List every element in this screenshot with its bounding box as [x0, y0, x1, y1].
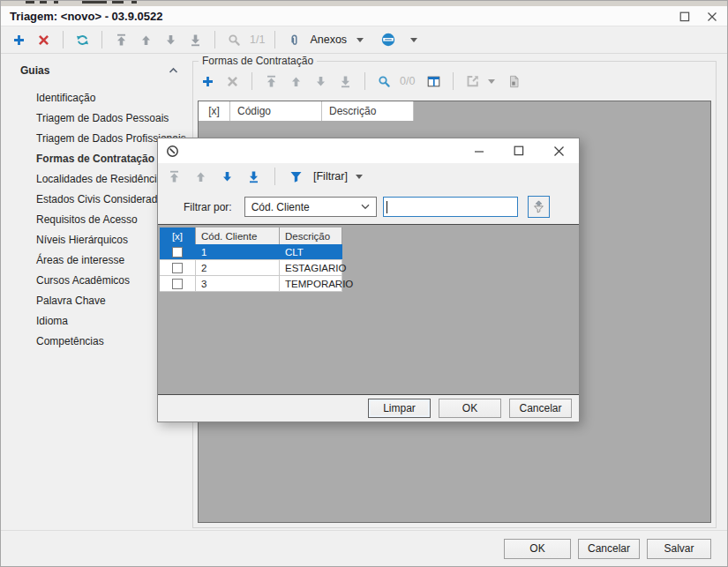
row-checkbox[interactable]: [172, 263, 183, 273]
panel-delete-button[interactable]: [223, 71, 242, 91]
column-header-descricao[interactable]: Descrição: [322, 101, 414, 121]
print-caret-down-icon[interactable]: [410, 38, 417, 42]
export-button[interactable]: [463, 71, 482, 91]
main-footer: OK Cancelar Salvar: [1, 530, 727, 566]
column-header-descricao[interactable]: Descrição: [280, 228, 342, 244]
arrow-down-icon: [221, 170, 234, 183]
dialog-footer: Limpar OK Cancelar: [158, 395, 579, 422]
arrow-up-icon: [194, 170, 207, 183]
column-header-codigo[interactable]: Código: [230, 101, 322, 121]
chevron-up-icon[interactable]: [169, 67, 178, 74]
toolbar-separator: [63, 31, 64, 48]
chevron-down-icon: [361, 204, 370, 210]
sidebar-item-identificacao[interactable]: Identificação: [4, 88, 189, 108]
row-checkbox[interactable]: [172, 279, 183, 289]
export-icon: [466, 75, 479, 88]
report-button[interactable]: [505, 71, 523, 91]
dialog-minimize-button[interactable]: [471, 143, 487, 159]
code-cell: 3: [196, 276, 280, 291]
dialog-title-bar: [158, 138, 579, 163]
maximize-icon: [679, 11, 690, 22]
refresh-icon: [76, 34, 89, 47]
blocked-icon: [166, 145, 179, 158]
close-icon: [553, 145, 565, 157]
dialog-ok-button[interactable]: OK: [439, 399, 501, 418]
column-header-cod-cliente[interactable]: Cód. Cliente: [196, 228, 280, 244]
move-last-button[interactable]: [186, 30, 205, 49]
move-down-button[interactable]: [161, 30, 180, 49]
clear-button[interactable]: Limpar: [368, 399, 431, 418]
dialog-maximize-button[interactable]: [511, 143, 527, 159]
columns-icon: [427, 75, 440, 88]
panel-move-last-button[interactable]: [336, 71, 355, 91]
filter-button[interactable]: [287, 167, 305, 186]
dialog-close-button[interactable]: [551, 143, 567, 159]
print-button[interactable]: [379, 30, 397, 49]
anexos-caret-down-icon[interactable]: [356, 38, 364, 42]
cancel-button[interactable]: Cancelar: [578, 539, 640, 559]
toolbar-separator: [364, 72, 365, 90]
filter-row: Filtrar por: Cód. Cliente: [158, 190, 579, 224]
anexos-label[interactable]: Anexos: [310, 34, 347, 46]
move-up-button[interactable]: [137, 30, 155, 49]
panel-move-first-button[interactable]: [262, 71, 281, 91]
table-row[interactable]: 3 TEMPORARIO: [160, 276, 342, 292]
dialog-cancel-button[interactable]: Cancelar: [509, 399, 572, 418]
add-button[interactable]: [10, 30, 28, 49]
filter-field-select[interactable]: Cód. Cliente: [244, 197, 377, 217]
checkbox-cell: [160, 276, 196, 291]
window-title: Triagem: <novo> - 03.9.0522: [1, 10, 162, 23]
dialog-toolbar: [Filtrar]: [158, 163, 579, 190]
delete-button[interactable]: [34, 30, 53, 49]
panel-add-button[interactable]: [199, 71, 217, 91]
table-row[interactable]: 1 CLT: [160, 244, 342, 260]
description-cell: TEMPORARIO: [280, 276, 342, 291]
panel-move-down-button[interactable]: [311, 71, 330, 91]
delete-icon: [37, 34, 50, 47]
main-toolbar: 1/1 Anexos: [1, 26, 727, 54]
arrow-to-bottom-icon: [189, 34, 202, 47]
filter-caret-down-icon[interactable]: [356, 175, 363, 179]
panel-move-up-button[interactable]: [287, 71, 305, 91]
sidebar-item-triagem-dados-pessoais[interactable]: Triagem de Dados Pessoais: [4, 108, 189, 129]
delete-icon: [226, 75, 239, 88]
toolbar-separator: [453, 72, 454, 90]
row-checkbox[interactable]: [172, 247, 183, 257]
table-row[interactable]: 2 ESTAGIARIO: [160, 260, 342, 276]
text-cursor: [387, 201, 387, 213]
export-caret-down-icon[interactable]: [488, 79, 495, 84]
column-header-select[interactable]: [x]: [199, 101, 230, 121]
arrow-down-icon: [164, 34, 177, 47]
sidebar-header[interactable]: Guias: [4, 55, 189, 80]
app-window: Triagem: <novo> - 03.9.0522: [0, 0, 728, 567]
checkbox-cell: [160, 260, 196, 275]
clipped-artifact: [131, 1, 137, 4]
filter-field-value: Cód. Cliente: [251, 201, 310, 213]
dialog-move-last-button[interactable]: [244, 167, 263, 186]
maximize-button[interactable]: [678, 10, 692, 24]
columns-button[interactable]: [424, 71, 443, 91]
save-button[interactable]: Salvar: [647, 539, 711, 559]
paperclip-icon: [288, 34, 301, 47]
anexos-button[interactable]: [285, 30, 304, 49]
search-icon: [378, 75, 391, 88]
move-first-button[interactable]: [112, 30, 131, 49]
filter-apply-icon: [532, 200, 545, 213]
refresh-button[interactable]: [73, 30, 92, 49]
dialog-move-first-button[interactable]: [165, 167, 184, 186]
dialog-move-down-button[interactable]: [218, 167, 236, 186]
filter-value-input[interactable]: [383, 197, 518, 217]
search-button[interactable]: [225, 30, 244, 49]
close-button[interactable]: [705, 10, 719, 24]
contratacao-table-header: [x] Código Descrição: [199, 101, 710, 121]
panel-search-button[interactable]: [375, 71, 394, 91]
arrow-down-icon: [314, 75, 327, 88]
toolbar-separator: [251, 72, 252, 90]
arrow-to-top-icon: [168, 170, 181, 183]
apply-filter-button[interactable]: [528, 196, 550, 218]
filter-menu-label[interactable]: [Filtrar]: [313, 170, 348, 183]
column-header-select[interactable]: [x]: [160, 228, 196, 244]
ok-button[interactable]: OK: [504, 539, 571, 559]
panel-title: Formas de Contratação: [199, 55, 317, 67]
dialog-move-up-button[interactable]: [191, 167, 210, 186]
